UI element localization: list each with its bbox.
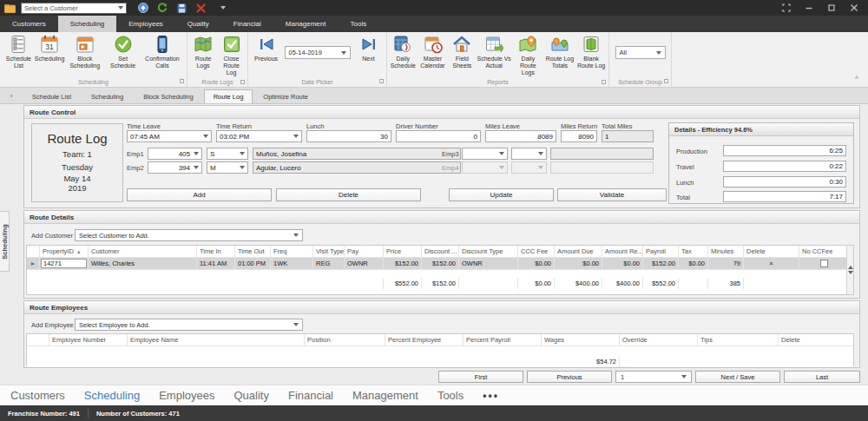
close-route-log-button[interactable]: Close Route Log	[217, 34, 246, 77]
time-return-combo[interactable]: 03:02 PM	[216, 130, 302, 142]
daily-schedule-button[interactable]: Daily Schedule	[389, 34, 418, 70]
save-button[interactable]	[175, 3, 187, 13]
col-time-out[interactable]: Time Out	[235, 246, 271, 257]
doc-tab-optimize-route[interactable]: Optimize Route	[253, 89, 318, 103]
bottom-tab-employees[interactable]: Employees	[159, 389, 214, 402]
window-fit-button[interactable]	[781, 3, 792, 12]
add-button[interactable]: Add	[127, 188, 272, 201]
menu-tab-scheduling[interactable]: Scheduling	[58, 16, 117, 32]
master-calendar-button[interactable]: Master Calendar	[418, 34, 449, 70]
cell-propertyid[interactable]: 14271	[40, 258, 89, 269]
pager-next-save-button[interactable]: Next / Save	[695, 371, 780, 383]
blank-route-log-button[interactable]: Blank Route Log	[575, 34, 607, 70]
driver-number-input[interactable]: 0	[396, 130, 481, 142]
col-customer[interactable]: Customer	[89, 246, 197, 257]
side-tab-scheduling[interactable]: Scheduling	[0, 211, 10, 272]
menu-tab-management[interactable]: Management	[273, 16, 339, 32]
col-pay[interactable]: Pay	[345, 246, 384, 257]
previous-date-button[interactable]: Previous	[253, 34, 280, 63]
refresh-button[interactable]	[156, 3, 168, 13]
pager-last-button[interactable]: Last	[784, 371, 860, 383]
col-payroll[interactable]: Payroll	[643, 246, 679, 257]
bottom-tab-management[interactable]: Management	[352, 389, 418, 402]
col-price[interactable]: Price	[384, 246, 422, 257]
col-employee-number[interactable]: Employee Number	[49, 334, 128, 345]
menu-tab-customers[interactable]: Customers	[0, 16, 58, 32]
col-percent-employee[interactable]: Percent Employee	[385, 334, 464, 345]
scheduling-button[interactable]: 31 Scheduling	[36, 34, 63, 63]
lunch-input[interactable]: 30	[306, 130, 391, 142]
route-details-data-row[interactable]: ► 14271 Willes, Charles 11:41 AM 01:00 P…	[27, 258, 846, 270]
col-freq[interactable]: Freq	[271, 246, 313, 257]
col-emp-delete[interactable]: Delete	[779, 334, 848, 345]
col-amount-due[interactable]: Amount Due	[555, 246, 602, 257]
grid-scrollbar[interactable]	[846, 246, 853, 294]
col-wages[interactable]: Wages	[542, 334, 620, 345]
col-delete[interactable]: Delete	[744, 246, 799, 257]
col-visit-type[interactable]: Visit Type	[313, 246, 345, 257]
dialog-launcher-icon[interactable]	[180, 79, 184, 83]
pager-previous-button[interactable]: Previous	[527, 371, 612, 383]
emp1-code-combo[interactable]: S	[207, 148, 248, 160]
dialog-launcher-icon[interactable]	[602, 80, 606, 84]
close-record-button[interactable]	[194, 3, 207, 13]
date-picker-combo[interactable]: 05-14-2019	[285, 46, 351, 59]
validate-button[interactable]: Validate	[557, 188, 667, 201]
col-override[interactable]: Override	[620, 334, 698, 345]
doc-tab-scheduling[interactable]: Scheduling	[82, 89, 133, 103]
dialog-launcher-icon[interactable]	[240, 80, 245, 84]
col-tax[interactable]: Tax	[679, 246, 708, 257]
bottom-tab-quality[interactable]: Quality	[234, 389, 269, 402]
col-percent-payroll[interactable]: Percent Payroll	[464, 334, 542, 345]
update-button[interactable]: Update	[449, 188, 554, 201]
emp3-code-combo[interactable]	[511, 148, 547, 160]
add-employee-combo[interactable]: Select Employee to Add.	[75, 319, 303, 331]
confirmation-calls-button[interactable]: Confirmation Calls	[140, 34, 185, 70]
col-tips[interactable]: Tips	[698, 334, 779, 345]
cell-delete[interactable]: ×	[744, 258, 799, 269]
menu-tab-employees[interactable]: Employees	[116, 16, 175, 32]
miles-return-input[interactable]: 8090	[561, 130, 597, 142]
no-ccfee-checkbox[interactable]	[820, 260, 828, 267]
scroll-down-icon[interactable]	[848, 271, 853, 274]
set-schedule-button[interactable]: Set Schedule	[106, 34, 140, 70]
emp1-number-combo[interactable]: 405	[148, 148, 202, 160]
time-leave-combo[interactable]: 07:45 AM	[127, 130, 212, 142]
emp2-number-combo[interactable]: 394	[148, 161, 202, 174]
menu-tab-tools[interactable]: Tools	[338, 16, 378, 32]
restore-button[interactable]	[826, 3, 837, 12]
miles-leave-input[interactable]: 8089	[485, 130, 556, 142]
route-log-totals-button[interactable]: Route Log Totals	[544, 34, 575, 70]
field-sheets-button[interactable]: Field Sheets	[448, 34, 476, 70]
bottom-tab-overflow-button[interactable]: •••	[483, 390, 499, 402]
bottom-tab-customers[interactable]: Customers	[10, 389, 65, 402]
col-minutes[interactable]: Minutes	[708, 246, 744, 257]
up-circle-button[interactable]	[137, 3, 149, 13]
tab-scroll-arrow-icon[interactable]: ›	[0, 92, 23, 103]
dialog-launcher-icon[interactable]	[664, 79, 668, 83]
add-customer-combo[interactable]: Select Customer to Add.	[75, 229, 303, 241]
bottom-tab-financial[interactable]: Financial	[288, 389, 333, 402]
col-discount-type[interactable]: Discount Type	[459, 246, 518, 257]
daily-route-logs-button[interactable]: Daily Route Logs	[512, 34, 544, 77]
emp2-code-combo[interactable]: M	[207, 161, 248, 174]
qat-overflow-button[interactable]	[214, 3, 226, 13]
schedule-group-combo[interactable]: All	[615, 46, 666, 59]
schedule-list-button[interactable]: Schedule List	[2, 34, 36, 70]
customer-select-combo[interactable]: Select a Customer	[21, 3, 127, 14]
bottom-tab-scheduling[interactable]: Scheduling	[84, 389, 140, 402]
delete-button[interactable]: Delete	[276, 188, 421, 201]
block-scheduling-button[interactable]: Block Scheduling	[63, 34, 106, 70]
doc-tab-schedule-list[interactable]: Schedule List	[23, 89, 81, 103]
col-no-ccfee[interactable]: No CCFee	[799, 246, 846, 257]
route-logs-button[interactable]: Route Logs	[189, 34, 217, 70]
schedule-vs-actual-button[interactable]: Schedule Vs Actual	[476, 34, 511, 70]
col-discount[interactable]: Discount ...	[422, 246, 459, 257]
menu-tab-quality[interactable]: Quality	[175, 16, 221, 32]
col-time-in[interactable]: Time In	[197, 246, 235, 257]
col-employee-name[interactable]: Employee Name	[128, 334, 305, 345]
doc-tab-route-log[interactable]: Route Log	[204, 89, 253, 103]
emp3-number-combo[interactable]	[462, 148, 508, 160]
close-button[interactable]	[849, 3, 859, 12]
col-amount-re[interactable]: Amount Re...	[602, 246, 643, 257]
